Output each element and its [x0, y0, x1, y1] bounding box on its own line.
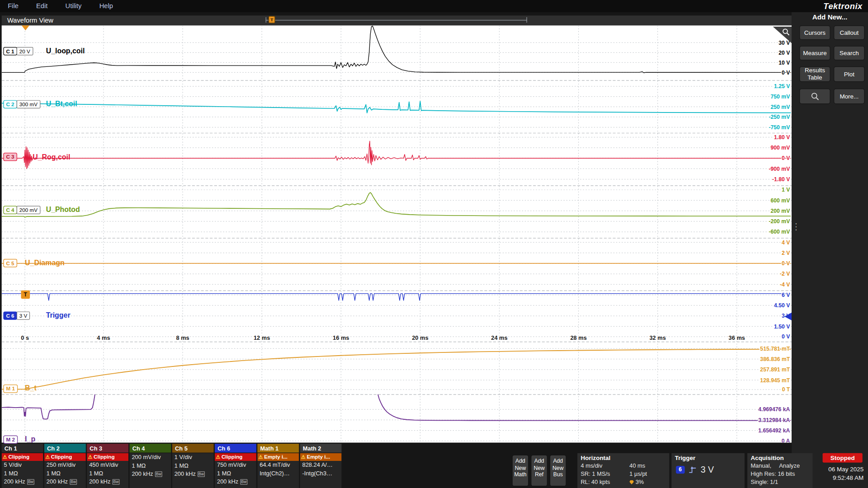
- channel-label-c4: U_Photod: [46, 205, 80, 213]
- channel-card-ch6[interactable]: ⚠Clipping750 mV/div1 MΩ200 kHzBw: [215, 453, 256, 488]
- trigger-source[interactable]: 6: [676, 466, 684, 474]
- channel-info-row: 250 mV/div: [44, 461, 86, 469]
- bandwidth-limit-icon: Bw: [240, 479, 248, 484]
- waveform-svg[interactable]: 30 V20 V10 V0 V1.25 V750 mV250 mV-250 mV…: [2, 25, 792, 442]
- trace-ch3: [2, 141, 791, 169]
- axis-label-ch2: 250 mV: [770, 104, 790, 110]
- channel-card-math2[interactable]: ⚠Empty i...828.24 A/…-Intg(Ch3…: [300, 453, 342, 488]
- axis-label-m1: 515.781 mT: [760, 346, 790, 352]
- zoom-button[interactable]: [799, 89, 830, 104]
- horizontal-panel[interactable]: Horizontal 4 ms/div 40 ms SR: 1 MS/s 1 µ…: [577, 453, 669, 488]
- channel-scale-c6[interactable]: 3 V: [17, 311, 30, 319]
- channel-card-ch5[interactable]: 1 V/div1 MΩ200 kHzBw: [172, 453, 214, 488]
- axis-label-ch2: 1.25 V: [774, 83, 790, 89]
- channel-info-row: 200 kHzBw: [215, 478, 256, 486]
- channel-info-row: 750 mV/div: [215, 461, 256, 469]
- channel-tab-math2[interactable]: Math 2: [300, 444, 342, 453]
- channel-badge-c3[interactable]: C 3: [3, 153, 17, 161]
- channel-card-ch2[interactable]: ⚠Clipping250 mV/div1 MΩ200 kHzBw: [44, 453, 86, 488]
- channel-scale-c4[interactable]: 200 mV: [17, 206, 40, 214]
- channel-tab-ch1[interactable]: Ch 1: [2, 444, 43, 453]
- channel-info-row: 1 V/div: [172, 453, 214, 461]
- channel-tab-ch4[interactable]: Ch 4: [130, 444, 171, 453]
- trigger-level-marker[interactable]: [784, 313, 792, 320]
- channel-card-ch1[interactable]: ⚠Clipping5 V/div1 MΩ200 kHzBw: [2, 453, 43, 488]
- channel-warning-banner: ⚠Empty i...: [300, 453, 342, 461]
- bandwidth-limit-icon: Bw: [70, 479, 77, 484]
- time-axis-label: 32 ms: [649, 334, 665, 341]
- axis-label-ch5: 2 V: [782, 250, 790, 256]
- cursors-button[interactable]: Cursors: [799, 25, 830, 40]
- channel-info-row: 1 MΩ: [172, 461, 214, 469]
- trigger-time-marker-icon[interactable]: [22, 25, 29, 30]
- add-new-heading: Add New...: [792, 13, 868, 21]
- channel-info-row: 200 kHzBw: [44, 478, 86, 486]
- channel-info-row: -Intg(Ch3…: [300, 469, 342, 477]
- axis-label-ch5: -4 V: [780, 282, 790, 288]
- axis-label-ch4: 200 mV: [770, 208, 790, 214]
- horizontal-pan-indicator[interactable]: T: [266, 16, 527, 24]
- add-new-ref-button[interactable]: AddNewRef: [531, 455, 547, 487]
- channel-scale-c2[interactable]: 300 mV: [17, 100, 40, 108]
- search-button[interactable]: Search: [834, 46, 865, 61]
- channel-tab-ch6[interactable]: Ch 6: [215, 444, 256, 453]
- horizontal-position-icon: [629, 480, 634, 484]
- analyze-button[interactable]: Analyze: [779, 461, 800, 469]
- add-new-math-button[interactable]: AddNewMath: [512, 455, 529, 487]
- zoom-icon: [811, 92, 819, 100]
- channel-badge-m1[interactable]: M 1: [3, 385, 18, 393]
- menu-file[interactable]: File: [8, 2, 19, 10]
- axis-label-ch6: 0 V: [782, 333, 790, 340]
- oscilloscope-app: File Edit Utility Help Tektronix Wavefor…: [0, 0, 868, 488]
- pan-right-bracket: [526, 17, 527, 23]
- magnifier-icon: [782, 28, 790, 36]
- channel-info-row: 5 V/div: [2, 461, 43, 469]
- menu-utility[interactable]: Utility: [66, 2, 82, 10]
- plot-button[interactable]: Plot: [834, 66, 865, 82]
- channel-badge-c5[interactable]: C 5: [3, 259, 17, 267]
- time-axis-label: 24 ms: [491, 334, 507, 341]
- waveform-plot-area[interactable]: 30 V20 V10 V0 V1.25 V750 mV250 mV-250 mV…: [2, 25, 792, 442]
- channel-badge-c1[interactable]: C 1: [3, 47, 17, 55]
- channel-card-ch4[interactable]: 200 mV/div1 MΩ200 kHzBw: [130, 453, 171, 488]
- time-axis-label: 8 ms: [176, 334, 189, 341]
- horizontal-resolution: 1 µs/pt: [629, 470, 647, 478]
- channel-scale-c1[interactable]: 20 V: [17, 47, 33, 55]
- date-text: 06 May 2025: [821, 465, 864, 474]
- channel-tab-ch2[interactable]: Ch 2: [44, 444, 86, 453]
- results-table-button[interactable]: Results Table: [799, 66, 830, 82]
- channel-info-row: 1 MΩ: [87, 469, 128, 477]
- menu-edit[interactable]: Edit: [36, 2, 47, 10]
- channel-info-row: 1 MΩ: [44, 469, 86, 477]
- horizontal-position: 3%: [636, 478, 644, 486]
- trigger-panel[interactable]: Trigger 6 3 V: [671, 453, 745, 488]
- axis-label-ch4: 600 mV: [770, 197, 790, 204]
- acquisition-panel[interactable]: Acquisition Manual, Analyze High Res: 16…: [747, 453, 812, 488]
- channel-info-row: 200 mV/div: [130, 453, 171, 461]
- warning-icon: ⚠: [45, 453, 50, 461]
- trigger-source-badge[interactable]: T: [21, 291, 30, 299]
- channel-badge-c2[interactable]: C 2: [3, 100, 17, 108]
- channel-tab-ch5[interactable]: Ch 5: [172, 444, 214, 453]
- measure-button[interactable]: Measure: [799, 46, 830, 61]
- callout-button[interactable]: Callout: [834, 25, 865, 40]
- right-sidebar: Add New... Cursors Callout Measure Searc…: [792, 12, 868, 488]
- splitter-drag-handle-icon[interactable]: ⋮: [792, 221, 799, 232]
- channel-card-math1[interactable]: ⚠Empty i...64.4 mT/divIntg(Ch2)…: [257, 453, 299, 488]
- menu-help[interactable]: Help: [99, 2, 113, 10]
- more-button[interactable]: More...: [834, 89, 865, 104]
- run-stop-status-button[interactable]: Stopped: [823, 453, 863, 463]
- channel-info-row: Intg(Ch2)…: [257, 469, 299, 477]
- channel-badge-c6[interactable]: C 6: [3, 311, 17, 319]
- trigger-position-marker[interactable]: T: [269, 16, 275, 23]
- channel-badge-m2[interactable]: M 2: [3, 436, 18, 444]
- axis-label-ch5: 0 V: [782, 260, 790, 267]
- channel-tab-ch3[interactable]: Ch 3: [87, 444, 128, 453]
- channel-card-ch3[interactable]: ⚠Clipping450 mV/div1 MΩ200 kHzBw: [87, 453, 128, 488]
- axis-label-ch2: 750 mV: [770, 94, 790, 100]
- add-new-bus-button[interactable]: AddNewBus: [550, 455, 566, 487]
- warning-icon: ⚠: [88, 453, 93, 461]
- channel-badge-c4[interactable]: C 4: [3, 206, 17, 214]
- channel-tab-math1[interactable]: Math 1: [257, 444, 299, 453]
- acquisition-resolution: High Res: 16 bits: [747, 470, 812, 478]
